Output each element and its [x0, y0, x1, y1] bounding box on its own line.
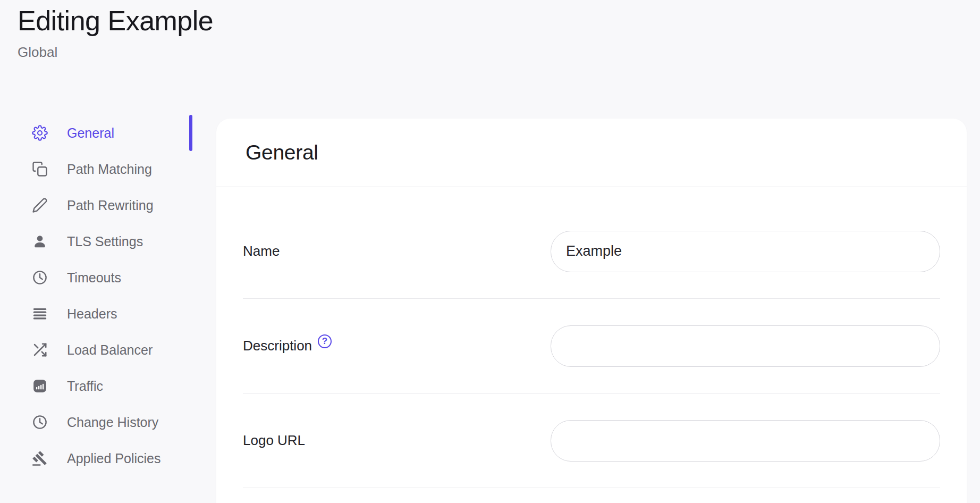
- list-icon: [32, 306, 48, 322]
- card-header: General: [216, 119, 967, 187]
- sidebar-item-label: Traffic: [67, 379, 103, 394]
- settings-sidebar: General Path Matching Path Rewriting TLS…: [18, 115, 192, 476]
- sidebar-item-label: Timeouts: [67, 270, 121, 286]
- field-input[interactable]: [551, 325, 940, 367]
- sidebar-item-label: Path Rewriting: [67, 198, 154, 213]
- field-input[interactable]: [551, 231, 940, 272]
- field-label-wrap: Name: [243, 243, 280, 259]
- field-label: Name: [243, 243, 280, 259]
- field-label-wrap: Logo URL: [243, 432, 305, 449]
- content-card: General Name Description ? Logo URL: [216, 119, 967, 503]
- clock-icon: [32, 270, 48, 286]
- shuffle-icon: [32, 342, 48, 358]
- copy-icon: [32, 161, 48, 177]
- bar-chart-icon: [32, 378, 48, 394]
- sidebar-item[interactable]: Path Matching: [18, 151, 192, 187]
- sidebar-item[interactable]: Headers: [18, 296, 192, 332]
- form-row: Description ?: [243, 299, 940, 393]
- active-indicator-bar: [189, 115, 192, 151]
- field-label: Description: [243, 338, 312, 354]
- sidebar-item-label: TLS Settings: [67, 234, 143, 249]
- sidebar-item[interactable]: TLS Settings: [18, 223, 192, 259]
- sidebar-item[interactable]: Applied Policies: [18, 440, 192, 476]
- page-subtitle: Global: [18, 44, 57, 61]
- card-body: Name Description ? Logo URL: [216, 187, 967, 488]
- page-title: Editing Example: [18, 3, 213, 38]
- sidebar-item[interactable]: Load Balancer: [18, 332, 192, 368]
- field-label-wrap: Description ?: [243, 338, 332, 354]
- sidebar-item-label: General: [67, 125, 114, 141]
- sidebar-item-label: Change History: [67, 415, 158, 430]
- field-label: Logo URL: [243, 432, 305, 449]
- pencil-icon: [32, 197, 48, 213]
- sidebar-item[interactable]: Change History: [18, 404, 192, 440]
- user-icon: [32, 233, 48, 249]
- sidebar-item-label: Path Matching: [67, 162, 152, 177]
- form-row: Logo URL: [243, 393, 940, 488]
- sidebar-item-label: Applied Policies: [67, 451, 161, 466]
- section-heading: General: [246, 141, 318, 164]
- field-input[interactable]: [551, 420, 940, 462]
- sidebar-item[interactable]: General: [18, 115, 192, 151]
- sidebar-item-label: Load Balancer: [67, 342, 153, 358]
- sidebar-item-label: Headers: [67, 306, 117, 322]
- help-icon[interactable]: ?: [318, 334, 332, 348]
- sidebar-item[interactable]: Timeouts: [18, 259, 192, 296]
- gear-icon: [32, 125, 48, 141]
- sidebar-item[interactable]: Path Rewriting: [18, 187, 192, 223]
- gavel-icon: [32, 450, 48, 466]
- sidebar-item[interactable]: Traffic: [18, 368, 192, 404]
- form-row: Name: [243, 204, 940, 299]
- clock-icon: [32, 414, 48, 430]
